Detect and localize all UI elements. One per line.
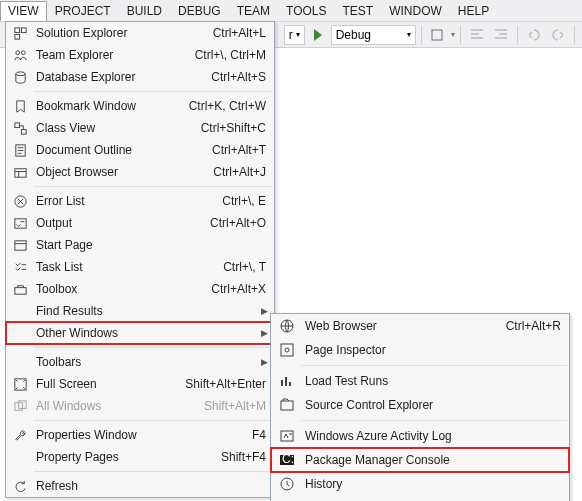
console-icon: C:\ [275, 452, 299, 468]
menu-item-label: Class View [30, 121, 201, 135]
separator [34, 420, 272, 421]
menu-view[interactable]: VIEW [0, 1, 47, 21]
classview-icon [10, 121, 30, 136]
separator [34, 347, 272, 348]
view-menu-item-find-results[interactable]: Find Results▶ [6, 300, 274, 322]
view-menu-item-start-page[interactable]: Start Page [6, 234, 274, 256]
view-menu-item-solution-explorer[interactable]: Solution ExplorerCtrl+Alt+L [6, 22, 274, 44]
menu-help[interactable]: HELP [450, 1, 497, 21]
menu-item-label: Properties Window [30, 428, 252, 442]
play-icon[interactable] [307, 24, 329, 46]
toolbox-icon [10, 282, 30, 297]
redo-icon[interactable] [547, 24, 569, 46]
view-menu-dropdown: Solution ExplorerCtrl+Alt+LTeam Explorer… [5, 21, 275, 498]
view-menu-item-error-list[interactable]: Error ListCtrl+\, E [6, 190, 274, 212]
view-menu-item-bookmark-window[interactable]: Bookmark WindowCtrl+K, Ctrl+W [6, 95, 274, 117]
other-windows-item-pending-changes[interactable]: Pending Changes [271, 496, 569, 501]
tasklist-icon [10, 260, 30, 275]
svg-rect-3 [14, 34, 19, 39]
menu-item-shortcut: Ctrl+Shift+C [201, 121, 266, 135]
svg-rect-21 [281, 401, 293, 410]
source-icon [275, 397, 299, 413]
menu-item-label: Toolbars [30, 355, 266, 369]
other-windows-item-page-inspector[interactable]: Page Inspector [271, 338, 569, 362]
bookmark-icon [10, 99, 30, 114]
undo-icon[interactable] [523, 24, 545, 46]
separator [34, 186, 272, 187]
other-windows-item-web-browser[interactable]: Web BrowserCtrl+Alt+R [271, 314, 569, 338]
menu-item-label: Refresh [30, 479, 266, 493]
menu-build[interactable]: BUILD [119, 1, 170, 21]
view-menu-item-full-screen[interactable]: Full ScreenShift+Alt+Enter [6, 373, 274, 395]
menu-item-label: Package Manager Console [299, 453, 561, 467]
menu-item-label: Windows Azure Activity Log [299, 429, 561, 443]
menu-project[interactable]: PROJECT [47, 1, 119, 21]
solution-icon [10, 26, 30, 41]
menu-item-shortcut: Ctrl+K, Ctrl+W [189, 99, 266, 113]
output-icon [10, 216, 30, 231]
other-windows-item-package-manager-console[interactable]: C:\Package Manager Console [271, 448, 569, 472]
allwindows-icon [10, 399, 30, 414]
view-menu-item-database-explorer[interactable]: Database ExplorerCtrl+Alt+S [6, 66, 274, 88]
config-combo[interactable]: Debug▾ [331, 25, 416, 45]
other-windows-item-windows-azure-activity-log[interactable]: Windows Azure Activity Log [271, 424, 569, 448]
menu-item-label: All Windows [30, 399, 204, 413]
view-menu-item-class-view[interactable]: Class ViewCtrl+Shift+C [6, 117, 274, 139]
fullscreen-icon [10, 377, 30, 392]
svg-point-4 [15, 50, 19, 54]
view-menu-item-object-browser[interactable]: Object BrowserCtrl+Alt+J [6, 161, 274, 183]
menu-item-shortcut: Shift+F4 [221, 450, 266, 464]
menu-item-shortcut: Ctrl+Alt+O [210, 216, 266, 230]
submenu-arrow-icon: ▶ [261, 328, 268, 338]
svg-rect-12 [14, 218, 25, 227]
menu-team[interactable]: TEAM [229, 1, 278, 21]
separator [34, 471, 272, 472]
menu-tools[interactable]: TOOLS [278, 1, 334, 21]
outdent-icon[interactable] [490, 24, 512, 46]
menu-debug[interactable]: DEBUG [170, 1, 229, 21]
azure-icon [275, 428, 299, 444]
menu-item-label: Web Browser [299, 319, 506, 333]
view-menu-item-refresh[interactable]: Refresh [6, 475, 274, 497]
history-icon [275, 476, 299, 492]
combo-1[interactable]: r▾ [284, 25, 305, 45]
other-windows-item-load-test-runs[interactable]: Load Test Runs [271, 369, 569, 393]
menu-item-shortcut: Ctrl+Alt+X [211, 282, 266, 296]
globe-icon [275, 318, 299, 334]
refresh-icon [10, 479, 30, 494]
view-menu-item-output[interactable]: OutputCtrl+Alt+O [6, 212, 274, 234]
menu-item-label: Toolbox [30, 282, 211, 296]
view-menu-item-all-windows[interactable]: All WindowsShift+Alt+M [6, 395, 274, 417]
svg-text:C:\: C:\ [282, 452, 295, 466]
menu-item-label: Solution Explorer [30, 26, 213, 40]
menu-item-shortcut: Ctrl+\, E [222, 194, 266, 208]
view-menu-item-task-list[interactable]: Task ListCtrl+\, T [6, 256, 274, 278]
menu-item-label: Error List [30, 194, 222, 208]
svg-rect-7 [14, 122, 19, 127]
separator [301, 365, 567, 366]
other-windows-item-source-control-explorer[interactable]: Source Control Explorer [271, 393, 569, 417]
menu-item-label: Object Browser [30, 165, 213, 179]
tool-icon[interactable] [427, 24, 449, 46]
view-menu-item-toolbars[interactable]: Toolbars▶ [6, 351, 274, 373]
menu-window[interactable]: WINDOW [381, 1, 450, 21]
menu-item-label: Task List [30, 260, 223, 274]
database-icon [10, 70, 30, 85]
menu-item-shortcut: Ctrl+\, Ctrl+M [195, 48, 266, 62]
view-menu-item-property-pages[interactable]: Property PagesShift+F4 [6, 446, 274, 468]
view-menu-item-other-windows[interactable]: Other Windows▶ [6, 322, 274, 344]
indent-icon[interactable] [466, 24, 488, 46]
view-menu-item-toolbox[interactable]: ToolboxCtrl+Alt+X [6, 278, 274, 300]
menu-item-shortcut: Ctrl+\, T [223, 260, 266, 274]
view-menu-item-properties-window[interactable]: Properties WindowF4 [6, 424, 274, 446]
svg-rect-8 [21, 129, 26, 134]
view-menu-item-document-outline[interactable]: Document OutlineCtrl+Alt+T [6, 139, 274, 161]
menu-test[interactable]: TEST [335, 1, 382, 21]
menu-item-label: Full Screen [30, 377, 185, 391]
other-windows-item-history[interactable]: History [271, 472, 569, 496]
menu-item-shortcut: Ctrl+Alt+S [211, 70, 266, 84]
menu-item-shortcut: Ctrl+Alt+J [213, 165, 266, 179]
view-menu-item-team-explorer[interactable]: Team ExplorerCtrl+\, Ctrl+M [6, 44, 274, 66]
svg-rect-10 [14, 168, 25, 176]
menu-item-shortcut: Ctrl+Alt+R [506, 319, 561, 333]
